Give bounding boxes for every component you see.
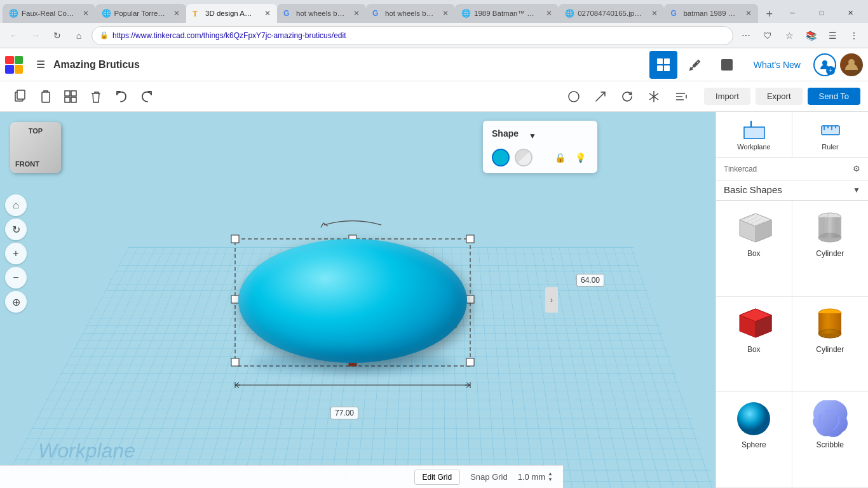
view-arrow-button[interactable] [588,85,613,109]
shape-dropdown-button[interactable]: ▼ [524,127,541,145]
tab-2[interactable]: 🌐 Popular Torrent… ✕ [95,4,186,23]
extensions-button[interactable]: ⋯ [737,27,755,44]
category-arrow[interactable]: ▼ [853,186,860,194]
panel-collapse-arrow[interactable]: › [545,287,558,313]
send-to-button[interactable]: Send To [808,88,860,105]
home-button[interactable]: ⌂ [70,27,88,44]
svg-point-5 [822,60,827,65]
shape-3d-group[interactable]: ↻ [235,226,467,363]
orbit-button[interactable]: ↻ [5,219,27,240]
group-button[interactable] [58,85,83,109]
tab-3-close[interactable]: ✕ [264,9,271,18]
view-rotate-button[interactable] [615,85,639,109]
tab-4[interactable]: G hot wheels batp ✕ [277,4,366,23]
tab-3[interactable]: T 3D design Ama… ✕ [186,4,277,23]
tab-3-title: 3D design Ama… [205,10,258,17]
maximize-button[interactable]: □ [807,3,836,23]
shield-button[interactable]: 🛡 [759,27,776,44]
shape-item-scribble[interactable]: Scribble [792,392,869,488]
panel-category[interactable]: Basic Shapes ▼ [716,180,868,201]
hamburger-menu[interactable]: ☰ [31,55,51,75]
delete-button[interactable] [84,85,108,109]
shape-light-button[interactable]: 💡 [572,149,588,166]
build-tool-button[interactable] [681,51,709,79]
shape-item-box-gray[interactable]: Box [716,201,792,297]
svg-rect-17 [466,235,474,243]
logo-cell-blue [5,65,14,74]
menu-button[interactable]: ⋮ [845,27,863,44]
shape-thumb-scribble [808,400,852,438]
tab-8-close[interactable]: ✕ [745,9,752,18]
address-bar[interactable]: 🔒 https://www.tinkercad.com/things/k6QzF… [92,26,733,45]
shape-item-cylinder-gray[interactable]: Cylinder [792,201,869,297]
fit-view-button[interactable]: ⊕ [5,291,27,313]
import-button[interactable]: Import [704,88,750,105]
viewport[interactable]: Workplane TOP FRONT ⌂ ↻ + − ⊕ Shape [0,112,715,488]
star-button[interactable]: ☆ [780,27,798,44]
snap-grid-value[interactable]: 1.0 mm ▲ ▼ [518,471,553,482]
shape-ellipse[interactable] [238,239,467,363]
shape-item-sphere-blue[interactable]: Sphere [716,392,792,488]
tab-7[interactable]: 🌐 027084740165.jpg (… ✕ [559,4,664,23]
ruler-label: Ruler [822,143,838,151]
view-align-button[interactable] [668,85,693,109]
minimize-button[interactable]: ─ [778,3,807,23]
whats-new-button[interactable]: What's New [745,56,810,74]
add-user-button[interactable]: + [813,53,836,76]
redo-button[interactable] [135,85,159,109]
edit-grid-button[interactable]: Edit Grid [414,470,461,485]
tab-2-close[interactable]: ✕ [173,9,180,18]
home-view-button[interactable]: ⌂ [5,194,27,216]
paste-button[interactable] [33,85,57,109]
export-view-button[interactable] [713,51,741,79]
snap-down-arrow[interactable]: ▼ [548,477,553,482]
tab-2-title: Popular Torrent… [114,10,167,17]
tab-8[interactable]: G batman 1989 ba… ✕ [664,4,758,23]
svg-marker-36 [744,127,764,139]
dimension-width-label: 77.00 [330,407,358,419]
snap-up-arrow[interactable]: ▲ [548,471,553,477]
back-button[interactable]: ← [5,27,23,44]
tab-5-close[interactable]: ✕ [442,9,449,18]
forward-button[interactable]: → [27,27,44,44]
grid-view-button[interactable] [649,51,677,79]
view-sphere-button[interactable] [562,85,586,109]
tab-7-close[interactable]: ✕ [651,9,658,18]
svg-rect-12 [65,97,70,102]
export-button[interactable]: Export [756,88,803,105]
copy-all-button[interactable] [8,85,32,109]
close-button[interactable]: ✕ [836,3,865,23]
undo-button[interactable] [109,85,133,109]
view-cube-inner[interactable]: TOP FRONT [10,122,61,173]
new-tab-button[interactable]: + [761,5,778,23]
shape-item-cylinder-orange[interactable]: Cylinder [792,297,869,393]
tab-1-close[interactable]: ✕ [83,9,89,18]
view-cube[interactable]: TOP FRONT [10,122,67,179]
shape-color-button[interactable] [492,149,510,166]
zoom-in-button[interactable]: + [5,243,27,264]
shape-lock-button[interactable]: 🔒 [552,149,568,166]
tab-5[interactable]: G hot wheels batp ✕ [366,4,455,23]
tab-8-title: batman 1989 ba… [683,10,739,17]
reader-button[interactable]: ☰ [824,27,841,44]
shape-item-box-red[interactable]: Box [716,297,792,393]
shape-hole-button[interactable] [515,149,532,166]
bookmarks-button[interactable]: 📚 [802,27,820,44]
app-toolbar: ☰ Amazing Bruticus [0,48,868,81]
snap-spinner[interactable]: ▲ ▼ [548,471,553,482]
user-avatar[interactable] [840,53,863,76]
category-label: Basic Shapes [724,184,782,195]
tab-6[interactable]: 🌐 1989 Batman™ Mo… ✕ [455,4,559,23]
view-mirror-button[interactable] [642,85,666,109]
tab-4-close[interactable]: ✕ [353,9,360,18]
workplane-button[interactable]: Workplane [716,112,792,157]
panel-settings-icon[interactable]: ⚙ [853,164,860,173]
ruler-button[interactable]: Ruler [792,112,868,157]
tab-6-close[interactable]: ✕ [546,9,552,18]
reload-button[interactable]: ↻ [48,27,66,44]
tab-1[interactable]: 🌐 Faux-Real Cont… ✕ [3,4,95,23]
app-title: Amazing Bruticus [53,59,140,71]
zoom-out-button[interactable]: − [5,267,27,288]
svg-rect-62 [818,313,841,334]
tinkercad-logo[interactable] [5,56,23,74]
